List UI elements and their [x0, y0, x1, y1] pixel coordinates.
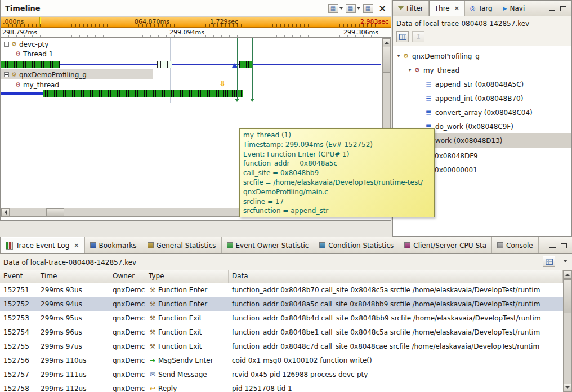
scrollbar-thumb[interactable]: [564, 279, 571, 313]
tree-item-function[interactable]: append_int (0x08048B70): [393, 91, 571, 105]
table-row[interactable]: 152753299ms 95usqnxDemcFunction Exitfunc…: [0, 311, 563, 326]
tree-item-process[interactable]: qnxDemoProfiling_g: [393, 49, 571, 63]
tree-item-label: my_thread: [423, 66, 459, 74]
table-row[interactable]: 152751299ms 93usqnxDemcFunction Enterfun…: [0, 283, 563, 297]
export-button[interactable]: [412, 31, 424, 42]
tab-label: Trace Event Log: [16, 242, 69, 250]
timeline-row-thread-1[interactable]: Thread 1: [15, 50, 53, 58]
mythread-activity-bar[interactable]: [43, 90, 243, 97]
tooltip-line: my_thread (1): [243, 131, 431, 140]
column-header-type[interactable]: Type: [145, 270, 229, 283]
tab-event-owner-statistic[interactable]: Event Owner Statistic: [222, 237, 315, 253]
grid-toggle-icon[interactable]: [363, 4, 373, 13]
scrollbar-thumb[interactable]: [46, 208, 64, 216]
close-icon[interactable]: [379, 3, 386, 14]
chevron-down-icon[interactable]: [397, 54, 400, 59]
column-header-data[interactable]: Data: [229, 270, 563, 283]
column-header-event[interactable]: Event: [0, 270, 37, 283]
thread1-activity-bar[interactable]: [157, 61, 172, 68]
minimize-icon[interactable]: [549, 243, 556, 248]
timeline-row-process-qnxdemoprofiling[interactable]: qnxDemoProfiling_g: [4, 70, 87, 79]
panel-window-buttons: [544, 1, 571, 16]
tab-console[interactable]: Console: [492, 237, 539, 253]
function-enter-icon: [149, 283, 157, 297]
function-icon: [426, 95, 432, 102]
thread-icon: [15, 51, 21, 57]
tab-condition-statistics[interactable]: Condition Statistics: [314, 237, 399, 253]
tab-target[interactable]: Targ: [465, 1, 498, 16]
tree-item-label: append_int (0x08048B70): [435, 95, 523, 103]
table-row[interactable]: 152756299ms 110usqnxDemcMsgSendv Enterco…: [0, 354, 563, 368]
table-row[interactable]: 152754299ms 96usqnxDemcFunction Exitfunc…: [0, 326, 563, 340]
maximize-icon[interactable]: [561, 243, 567, 248]
function-enter-icon: [149, 297, 157, 311]
view-menu-icon[interactable]: [563, 260, 567, 262]
maximize-icon[interactable]: [560, 6, 566, 11]
tree-item-function[interactable]: append_str (0x08048A5C): [393, 77, 571, 91]
close-icon[interactable]: [454, 5, 459, 12]
tab-navigator[interactable]: Navi: [498, 1, 531, 16]
cpu-statistics-icon: [404, 242, 410, 248]
collapse-icon[interactable]: [4, 42, 9, 47]
tab-label: Console: [506, 242, 533, 250]
process-icon: [11, 41, 17, 47]
tree-item-thread[interactable]: my_thread: [393, 63, 571, 77]
tooltip-line: Event: Function Enter (CPU# 1): [243, 150, 431, 159]
thread-icon: [15, 82, 21, 88]
row-label: Thread 1: [23, 50, 53, 58]
table-vertical-scrollbar[interactable]: [563, 270, 572, 392]
table-settings-button[interactable]: [543, 256, 555, 267]
thread1-activity-bar[interactable]: [1, 61, 60, 68]
tooltip-line: call_site = 0x8048bb9: [243, 168, 431, 178]
dropdown-arrow-icon[interactable]: [357, 7, 360, 10]
dropdown-arrow-icon[interactable]: [339, 7, 343, 10]
reply-icon: [149, 382, 157, 392]
tree-item-label: qnxDemoProfiling_g: [412, 52, 480, 60]
marker-arrowhead-icon: [250, 99, 254, 104]
bookmarks-icon: [90, 242, 96, 248]
right-panel-tab-bar: Filter Thre Targ Navi: [393, 1, 571, 16]
tooltip-line: srcfunction = append_str: [243, 206, 431, 216]
macro-time-ruler[interactable]: .000ns 864.870ms 1.729sec 2.983sec: [1, 17, 391, 28]
minimize-icon[interactable]: [549, 6, 555, 11]
tree-item-function[interactable]: convert_array (0x08048C04): [393, 105, 571, 119]
display-settings-icon[interactable]: [328, 4, 338, 13]
column-header-owner[interactable]: Owner: [109, 270, 145, 283]
function-icon: [426, 109, 432, 116]
table-view-button[interactable]: [396, 31, 409, 42]
table-row-selected[interactable]: 152752299ms 94usqnxDemcFunction Enterfun…: [0, 297, 563, 311]
table-row[interactable]: 152758299ms 112usqnxDemcReplypid 1251708…: [0, 382, 563, 392]
trace-log-icon: [6, 242, 13, 250]
table-row[interactable]: 152755299ms 97usqnxDemcFunction Exitfunc…: [0, 340, 563, 354]
scroll-up-button[interactable]: [383, 38, 390, 46]
tab-bookmarks[interactable]: Bookmarks: [85, 237, 142, 253]
scrollbar-thumb[interactable]: [383, 47, 390, 73]
tree-item-label: work (0x08048D13): [435, 137, 503, 145]
tab-filter[interactable]: Filter: [393, 1, 429, 16]
column-header-time[interactable]: Time: [37, 270, 109, 283]
tab-general-statistics[interactable]: General Statistics: [142, 237, 222, 253]
scroll-up-button[interactable]: [564, 270, 571, 279]
tab-label: Thre: [435, 5, 450, 12]
grid-icon: [399, 34, 406, 40]
micro-time-ruler[interactable]: 298.792ms 299.094ms 299.306ms: [1, 28, 391, 38]
tree-item-label: 0x00000001: [435, 166, 477, 174]
table-header-row: Event Time Owner Type Data: [0, 270, 563, 283]
scroll-left-button[interactable]: [1, 208, 10, 216]
tab-threads[interactable]: Thre: [429, 1, 465, 16]
close-icon[interactable]: [74, 242, 79, 249]
event-marker-line: [252, 38, 253, 100]
pane-layout-icon[interactable]: [346, 4, 356, 13]
chevron-down-icon[interactable]: [409, 68, 411, 73]
timeline-row-process-devc-pty[interactable]: devc-pty: [4, 40, 48, 48]
event-tooltip: my_thread (1) Timestamp: 299.094ms (Ev# …: [239, 128, 435, 217]
scroll-down-button[interactable]: [564, 384, 571, 392]
tab-trace-event-log[interactable]: Trace Event Log: [0, 237, 85, 253]
collapse-icon[interactable]: [4, 72, 9, 77]
table-row[interactable]: 152757299ms 111usqnxDemcSend Messagercvi…: [0, 368, 563, 382]
tab-client-server-cpu[interactable]: Client/Server CPU Sta: [399, 237, 492, 253]
timeline-row-my-thread[interactable]: my_thread: [15, 81, 59, 89]
thread1-activity-bar[interactable]: [239, 61, 253, 68]
tree-item-label: append_str (0x08048A5C): [435, 81, 524, 88]
process-icon: [11, 72, 17, 78]
